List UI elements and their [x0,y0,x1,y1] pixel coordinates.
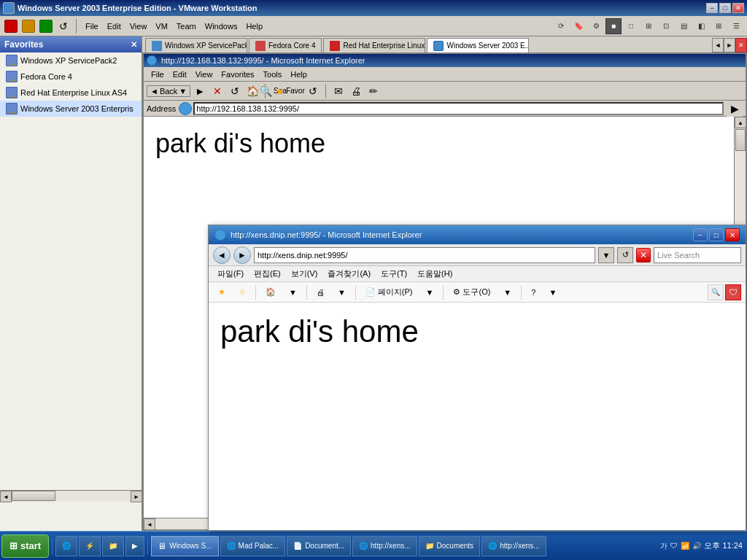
menu-vm[interactable]: VM [151,20,172,32]
menu-file[interactable]: File [81,20,103,32]
start-button[interactable]: ⊞ start [1,534,49,558]
menu-team[interactable]: Team [172,20,201,32]
ie6-scroll-up[interactable]: ▲ [735,117,746,128]
ie6-back-button[interactable]: ◄ Back ▼ [147,85,190,97]
ie7-stop-button[interactable]: ✕ [636,248,651,262]
menu-help[interactable]: Help [241,20,267,32]
ie6-favorites-button[interactable]: ★ Favorites [287,83,303,99]
maximize-button[interactable]: □ [719,3,731,13]
ie7-search-box[interactable]: Live Search [654,247,741,263]
toolbar-icon-8[interactable]: ▤ [676,18,692,34]
tab-fedora[interactable]: Fedora Core 4 [249,38,322,52]
ie7-maximize-button[interactable]: □ [709,228,724,241]
ie7-help-btn[interactable]: ? [526,286,541,299]
ie6-menu-help[interactable]: Help [286,69,311,80]
menu-view[interactable]: View [125,20,152,32]
vm-stop-button[interactable] [3,18,19,34]
menu-edit[interactable]: Edit [103,20,125,32]
taskbar-madpalac-btn[interactable]: 🌐 Mad Palac... [220,536,286,556]
taskbar-xens-btn[interactable]: 🌐 http://xens... [352,536,417,556]
taskbar-winserver-btn[interactable]: 🖥 Windows S... [151,536,218,556]
ie7-tools-btn[interactable]: ⚙ 도구(O) [448,284,495,300]
ie6-stop-button[interactable]: ✕ [209,83,225,99]
ie7-page-dropdown[interactable]: ▼ [421,286,439,299]
vm-pause-button[interactable] [20,18,36,34]
ie7-menu-view[interactable]: 보기(V) [287,267,322,281]
tray-clock[interactable]: 오후 11:24 [704,541,743,551]
ie7-menu-edit[interactable]: 편집(E) [249,267,285,281]
taskbar-folder-quick[interactable]: 📁 [102,536,124,556]
ie6-scroll-thumb[interactable] [735,129,746,151]
ie7-address-input[interactable]: http://xens.dnip.net:9995/ [254,247,595,263]
tray-network-icon[interactable]: 📶 [681,542,689,550]
taskbar-arrow-quick[interactable]: ▶ [125,536,144,556]
scroll-left-button[interactable]: ◄ [0,491,12,502]
close-button[interactable]: ✕ [732,3,744,13]
ie6-go-button[interactable]: ▶ [727,101,743,117]
sidebar-item-redhat[interactable]: Red Hat Enterprise Linux AS4 [0,85,142,101]
ie7-research-btn[interactable]: 🔍 [708,284,724,300]
ie6-menu-view[interactable]: View [191,69,217,80]
toolbar-icon-6[interactable]: ⊞ [640,18,657,34]
sidebar-scrollbar-h[interactable]: ◄ ► [0,490,142,502]
taskbar-ie-quick[interactable]: 🌐 [55,536,77,556]
ie7-home-dropdown[interactable]: ▼ [284,286,302,299]
ie7-menu-tools[interactable]: 도구(T) [376,267,411,281]
sidebar-item-winserver[interactable]: Windows Server 2003 Enterpris [0,101,142,117]
vm-refresh-button[interactable]: ↺ [55,18,71,34]
ie7-forward-button[interactable]: ► [233,246,251,264]
sidebar-close-button[interactable]: ✕ [131,40,137,50]
toolbar-icon-7[interactable]: ⊡ [658,18,674,34]
toolbar-icon-4[interactable]: ■ [605,18,622,34]
ie6-forward-button[interactable]: ► [192,83,208,99]
ie7-page-btn[interactable]: 📄 페이지(P) [360,284,418,300]
ie7-menu-file[interactable]: 파일(F) [213,267,248,281]
ie7-print-dropdown[interactable]: ▼ [333,286,351,299]
ie6-menu-file[interactable]: File [147,69,169,80]
tray-volume-icon[interactable]: 🔊 [692,542,701,550]
toolbar-icon-10[interactable]: ⊞ [711,18,727,34]
ie7-address-dropdown[interactable]: ▼ [598,247,614,263]
ie6-menu-favorites[interactable]: Favorites [217,69,258,80]
sidebar-item-xp[interactable]: Windows XP ServicePack2 [0,52,142,69]
tab-close-button[interactable]: ✕ [735,38,747,52]
ie6-menu-edit[interactable]: Edit [169,69,191,80]
ie6-edit-button[interactable]: ✏ [365,83,382,99]
toolbar-icon-11[interactable]: ☰ [728,18,744,34]
ie6-home-button[interactable]: 🏠 [244,83,260,99]
ie7-tools-dropdown[interactable]: ▼ [498,286,516,299]
tab-winserver[interactable]: Windows Server 2003 E... [427,38,529,52]
toolbar-icon-2[interactable]: 🔖 [570,18,587,34]
ie7-menu-help[interactable]: 도움말(H) [413,267,457,281]
ie7-back-button[interactable]: ◄ [213,246,231,264]
toolbar-icon-9[interactable]: ◧ [693,18,709,34]
toolbar-icon-3[interactable]: ⚙ [588,18,604,34]
ie7-home-btn[interactable]: 🏠 [260,285,281,299]
taskbar-xens2-btn[interactable]: 🌐 http://xens... [481,536,546,556]
ie6-address-input[interactable]: http://192.168.138.132:9995/ [193,102,724,115]
tab-xp[interactable]: Windows XP ServicePack2 [145,38,247,52]
toolbar-icon-1[interactable]: ⟳ [553,18,569,34]
ie6-mail-button[interactable]: ✉ [330,83,347,99]
ie7-menu-favorites[interactable]: 즐겨찾기(A) [323,267,375,281]
menu-windows[interactable]: Windows [201,20,242,32]
ie7-help-dropdown[interactable]: ▼ [543,286,562,299]
ie7-close-button[interactable]: ✕ [725,228,740,241]
tab-redhat[interactable]: Red Hat Enterprise Linux AS4 [323,38,425,52]
tray-antivirus-icon[interactable]: 🛡 [670,542,678,550]
scroll-thumb-h[interactable] [12,491,55,501]
tab-next-button[interactable]: ► [724,38,735,52]
ie7-refresh-button[interactable]: ↺ [617,247,633,263]
tray-kanji-icon[interactable]: 가 [660,541,667,551]
ie7-security-icon[interactable]: 🛡 [725,284,741,300]
toolbar-icon-5[interactable]: □ [623,18,639,34]
ie6-hscroll-left[interactable]: ◄ [144,518,155,530]
ie7-add-favorites-btn[interactable]: ☆ [233,285,251,299]
ie6-refresh-button[interactable]: ↺ [227,83,243,99]
ie6-menu-tools[interactable]: Tools [259,69,287,80]
tab-prev-button[interactable]: ◄ [712,38,724,52]
ie7-minimize-button[interactable]: − [693,228,708,241]
ie7-favorites-star-btn[interactable]: ★ [213,285,231,299]
taskbar-document-btn[interactable]: 📄 Document... [287,536,351,556]
scroll-right-button[interactable]: ► [131,491,142,502]
